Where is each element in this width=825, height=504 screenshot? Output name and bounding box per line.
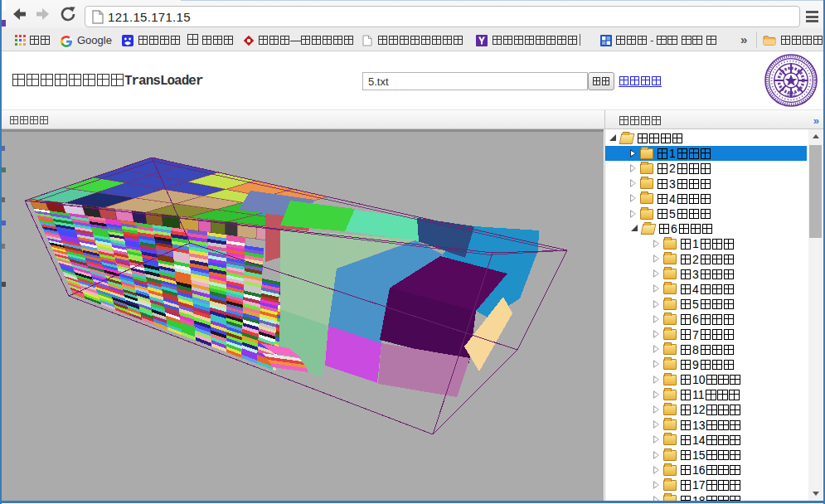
svg-text:-1911-: -1911- bbox=[785, 92, 798, 97]
